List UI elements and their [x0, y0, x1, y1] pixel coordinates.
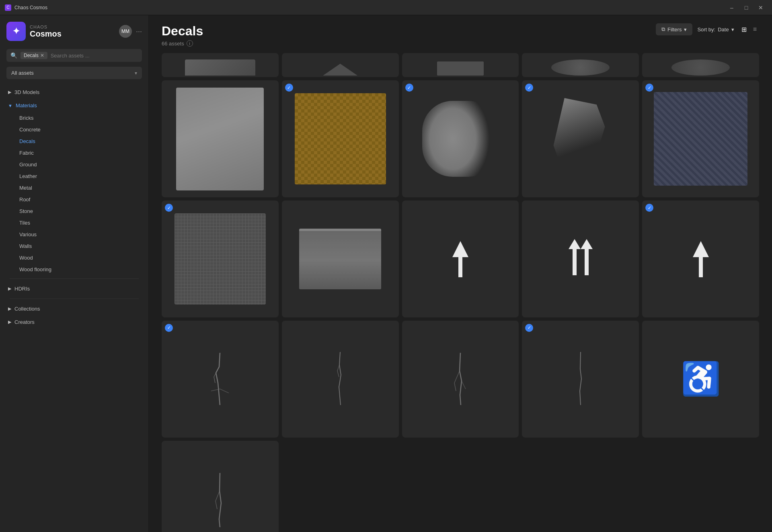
asset-card-arrow-double[interactable] — [522, 201, 639, 317]
sidebar-item-creators-label: Creators — [14, 319, 35, 325]
brand-chaos: chaos — [30, 25, 62, 29]
crack-cross-svg — [208, 351, 232, 407]
partial-card-3[interactable] — [402, 53, 519, 77]
sidebar-sub-item-concrete[interactable]: Concrete — [14, 124, 142, 135]
brand-text: chaos Cosmos — [30, 25, 62, 39]
sidebar-sub-item-decals[interactable]: Decals — [14, 135, 142, 147]
sidebar-sub-item-various[interactable]: Various — [14, 229, 142, 240]
sidebar-sub-item-fabric[interactable]: Fabric — [14, 147, 142, 159]
sidebar-sub-item-walls[interactable]: Walls — [14, 240, 142, 252]
main-content: Decals 66 assets i ⧉ Filters ▾ Sort by: … — [149, 15, 772, 532]
minimize-button[interactable]: – — [725, 2, 738, 13]
search-area: 🔍 Decals ✕ — [0, 46, 148, 67]
search-tag: Decals ✕ — [21, 52, 47, 59]
sidebar-sub-item-stone[interactable]: Stone — [14, 205, 142, 217]
grid-view-button[interactable]: ⊞ — [739, 24, 749, 35]
caret-right-icon: ▶ — [8, 90, 11, 95]
sidebar-sub-item-bricks[interactable]: Bricks — [14, 112, 142, 124]
asset-card-crack-branch[interactable] — [402, 321, 519, 438]
menu-dots-icon[interactable]: ··· — [136, 27, 142, 36]
asset-card-arrow-single-right[interactable]: ✓ — [642, 201, 759, 317]
divider-1 — [10, 278, 139, 279]
asset-card-stain-2[interactable]: ✓ — [522, 80, 639, 197]
asset-card-manhole-grid[interactable]: ✓ — [162, 201, 279, 317]
asset-card-arrow-single-left[interactable] — [402, 201, 519, 317]
asset-card-stain-1[interactable]: ✓ — [402, 80, 519, 197]
brand-logo-letter: ✦ — [12, 26, 20, 37]
asset-card-panel[interactable] — [282, 201, 399, 317]
partial-card-1[interactable] — [162, 53, 279, 77]
sidebar-header: ✦ chaos Cosmos MM ··· — [0, 15, 148, 46]
list-view-button[interactable]: ≡ — [751, 24, 759, 35]
crack-thin-svg — [334, 351, 346, 407]
sidebar-sub-item-roof[interactable]: Roof — [14, 194, 142, 205]
crack-long-svg — [575, 351, 587, 407]
sidebar: ✦ chaos Cosmos MM ··· 🔍 Decals ✕ Al — [0, 15, 149, 532]
filters-label: Filters — [667, 27, 682, 33]
sidebar-item-3d-models[interactable]: ▶ 3D Models — [3, 86, 145, 99]
crack-bottom1-svg — [212, 471, 228, 527]
partial-card-5[interactable] — [642, 53, 759, 77]
sort-chevron-icon: ▾ — [731, 27, 734, 33]
brand-cosmos: Cosmos — [30, 29, 62, 39]
asset-card-mosaic[interactable]: ✓ — [282, 80, 399, 197]
caret-down-icon: ▼ — [8, 103, 12, 108]
sidebar-item-materials[interactable]: ▼ Materials — [3, 99, 145, 112]
caret-creators-icon: ▶ — [8, 319, 11, 325]
arrow-svg — [450, 239, 470, 279]
titlebar: C Chaos Cosmos – □ ✕ — [0, 0, 772, 15]
asset-card-crack-bottom-1[interactable] — [162, 441, 279, 532]
filters-button[interactable]: ⧉ Filters ▾ — [656, 23, 692, 35]
sidebar-sub-item-wood[interactable]: Wood — [14, 252, 142, 264]
sidebar-item-collections[interactable]: ▶ Collections — [3, 302, 145, 315]
info-icon[interactable]: i — [187, 40, 193, 47]
asset-card-crack-long[interactable]: ✓ — [522, 321, 639, 438]
sidebar-item-3d-models-label: 3D Models — [14, 89, 39, 95]
main-header: Decals 66 assets i ⧉ Filters ▾ Sort by: … — [149, 15, 772, 53]
asset-count: 66 assets — [162, 41, 184, 47]
divider-2 — [10, 299, 139, 299]
sidebar-sub-item-tiles[interactable]: Tiles — [14, 217, 142, 229]
svg-marker-0 — [452, 241, 468, 277]
asset-card-crack-cross[interactable]: ✓ — [162, 321, 279, 438]
brand-logo: ✦ — [6, 22, 26, 41]
partial-card-4[interactable] — [522, 53, 639, 77]
svg-marker-2 — [581, 239, 593, 275]
sort-label: Sort by: — [697, 27, 715, 33]
materials-sub-nav: Bricks Concrete Decals Fabric Ground Lea… — [3, 112, 145, 275]
sidebar-sub-item-wood-flooring[interactable]: Wood flooring — [14, 264, 142, 275]
sidebar-item-materials-label: Materials — [16, 102, 37, 108]
filters-chevron-icon: ▾ — [684, 27, 687, 33]
arrow-right-svg — [691, 239, 711, 279]
sidebar-sub-item-ground[interactable]: Ground — [14, 159, 142, 170]
chevron-down-icon: ▾ — [135, 70, 137, 76]
sidebar-item-creators[interactable]: ▶ Creators — [3, 315, 145, 329]
asset-card-crack-thin[interactable] — [282, 321, 399, 438]
search-icon: 🔍 — [10, 52, 17, 59]
close-button[interactable]: ✕ — [754, 2, 767, 13]
filter-dropdown[interactable]: All assets ▾ — [6, 67, 142, 79]
caret-collections-icon: ▶ — [8, 306, 11, 311]
asset-card-concrete-slab[interactable] — [162, 80, 279, 197]
search-tag-close-icon[interactable]: ✕ — [40, 53, 44, 58]
asset-card-pattern-diagonal[interactable]: ✓ — [642, 80, 759, 197]
crack-branch-svg — [450, 351, 470, 407]
search-box[interactable]: 🔍 Decals ✕ — [6, 49, 142, 62]
search-tag-label: Decals — [24, 53, 39, 58]
asset-card-wheelchair[interactable]: ♿ — [642, 321, 759, 438]
sidebar-sub-item-metal[interactable]: Metal — [14, 182, 142, 194]
app-icon: C — [5, 4, 11, 11]
partial-card-2[interactable] — [282, 53, 399, 77]
search-input[interactable] — [51, 53, 138, 59]
sidebar-header-right: MM ··· — [119, 25, 142, 38]
sidebar-item-hdris[interactable]: ▶ HDRIs — [3, 282, 145, 295]
sidebar-sub-item-leather[interactable]: Leather — [14, 170, 142, 182]
double-arrow-svg — [567, 237, 595, 281]
main-subtitle: 66 assets i — [162, 40, 656, 47]
user-avatar[interactable]: MM — [119, 25, 132, 38]
nav-section: ▶ 3D Models ▼ Materials Bricks Concrete … — [0, 86, 148, 329]
wheelchair-symbol: ♿ — [681, 363, 721, 395]
sidebar-item-collections-label: Collections — [14, 306, 40, 312]
maximize-button[interactable]: □ — [740, 2, 753, 13]
sort-button[interactable]: Sort by: Date ▾ — [697, 27, 734, 33]
